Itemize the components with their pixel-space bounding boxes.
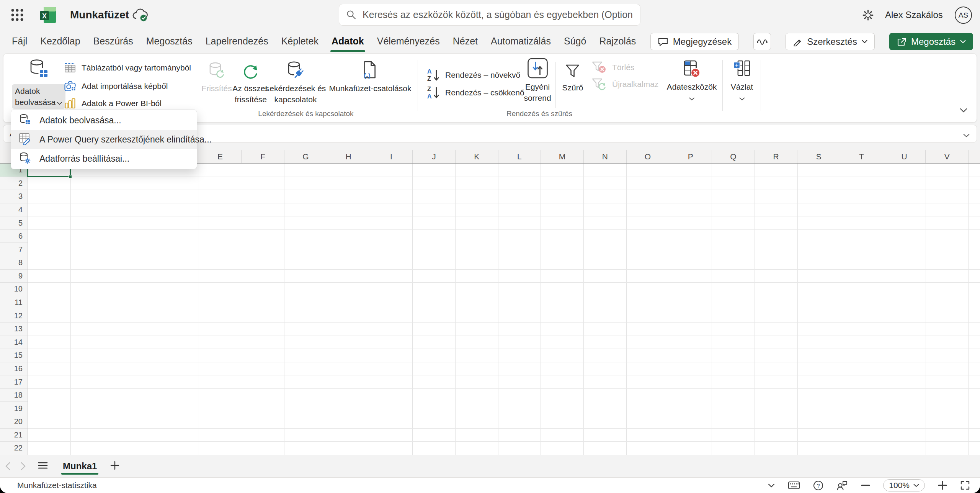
menu-item[interactable]: Adatok beolvasása... [11,111,197,130]
sort-ascending-button[interactable]: A Z Rendezés – növekvő [426,68,520,82]
workbook-statistics-button[interactable]: Munkafüzet-statisztika [17,481,97,490]
column-header-r[interactable]: R [755,150,798,163]
column-header-f[interactable]: F [242,150,284,163]
reapply-filter-button-disabled[interactable]: Újraalkalmaz [591,77,658,91]
row-header-6[interactable]: 6 [0,230,28,243]
column-header-m[interactable]: M [541,150,584,163]
row-header-15[interactable]: 15 [0,349,28,362]
workbook-links-button[interactable]: (-) Munkafüzet-csatolások [329,58,412,94]
row-header-10[interactable]: 10 [0,283,28,296]
share-button[interactable]: Megosztás [889,33,973,50]
feedback-people-icon[interactable] [836,480,848,491]
column-header-q[interactable]: Q [712,150,755,163]
fill-handle[interactable] [69,175,72,179]
column-header-g[interactable]: G [284,150,327,163]
column-header-e[interactable]: E [199,150,242,163]
tab-fájl[interactable]: Fájl [5,30,34,53]
sheet-list-icon[interactable] [38,461,48,472]
collapse-ribbon-chevron[interactable] [960,107,967,114]
document-title[interactable]: Munkafüzet [70,0,129,30]
tab-megosztás[interactable]: Megosztás [140,30,199,53]
search-input[interactable] [363,9,633,20]
tab-automatizálás[interactable]: Automatizálás [484,30,557,53]
row-header-19[interactable]: 19 [0,402,28,415]
data-from-powerbi-button[interactable]: Adatok a Power BI-ból [64,96,162,111]
row-header-17[interactable]: 17 [0,375,28,389]
row-header-11[interactable]: 11 [0,296,28,310]
fullscreen-icon[interactable] [960,480,970,490]
sheet-nav-right-icon[interactable] [15,462,31,470]
row-header-3[interactable]: 3 [0,190,28,203]
column-header-p[interactable]: P [669,150,712,163]
avatar[interactable]: AS [955,7,972,24]
tab-nézet[interactable]: Nézet [446,30,484,53]
column-header-t[interactable]: T [840,150,883,163]
row-header-8[interactable]: 8 [0,256,28,270]
tab-rajzolás[interactable]: Rajzolás [593,30,642,53]
zoom-level-control[interactable]: 100% [883,479,925,491]
row-header-22[interactable]: 22 [0,442,28,455]
row-header-4[interactable]: 4 [0,203,28,217]
row-header-13[interactable]: 13 [0,323,28,336]
column-header-l[interactable]: L [498,150,541,163]
help-icon[interactable]: ? [813,480,823,491]
tab-beszúrás[interactable]: Beszúrás [87,30,140,53]
column-header-k[interactable]: K [456,150,498,163]
catch-up-button[interactable] [753,33,771,50]
tab-képletek[interactable]: Képletek [275,30,325,53]
data-from-picture-button[interactable]: Adat importálása képből [64,79,168,93]
tab-kezdőlap[interactable]: Kezdőlap [34,30,87,53]
tab-súgó[interactable]: Súgó [557,30,593,53]
custom-sort-button[interactable]: Egyéni sorrend [519,57,556,103]
row-header-21[interactable]: 21 [0,429,28,442]
excel-logo-icon[interactable]: X [39,6,57,26]
filter-button[interactable]: Szűrő [562,57,583,93]
outline-button[interactable]: Vázlat [731,57,753,102]
from-table-range-button[interactable]: Táblázatból vagy tartományból [64,61,191,75]
database-refresh-icon [207,58,226,80]
keyboard-icon[interactable] [788,481,800,490]
zoom-in-icon[interactable] [938,481,947,490]
data-tools-button[interactable]: Adateszközök [667,57,717,102]
search-bar[interactable] [339,4,640,26]
clear-filter-button-disabled[interactable]: Törlés [591,61,634,74]
menu-item[interactable]: Adatforrás beállításai... [11,149,197,168]
row-header-5[interactable]: 5 [0,216,28,230]
row-header-9[interactable]: 9 [0,270,28,283]
tab-véleményezés[interactable]: Véleményezés [371,30,446,53]
tab-lapelrendezés[interactable]: Lapelrendezés [199,30,275,53]
column-header-s[interactable]: S [797,150,840,163]
zoom-out-icon[interactable] [861,484,870,486]
outline-icon [733,57,751,79]
row-header-20[interactable]: 20 [0,415,28,429]
tab-adatok[interactable]: Adatok [325,30,371,53]
settings-gear-icon[interactable] [862,9,874,23]
add-sheet-icon[interactable] [110,460,120,472]
queries-connections-button[interactable]: Lekérdezések és kapcsolatok [263,58,328,105]
row-header-7[interactable]: 7 [0,243,28,256]
column-header-h[interactable]: H [327,150,370,163]
refresh-button-disabled[interactable]: Frissítés [201,58,232,94]
column-header-j[interactable]: J [413,150,456,163]
sheet-cells[interactable] [0,164,980,455]
comments-button[interactable]: Megjegyzések [650,33,739,50]
column-header-n[interactable]: N [584,150,627,163]
formula-bar-expand-chevron[interactable] [963,132,970,139]
column-header-o[interactable]: O [627,150,670,163]
data-from-powerbi-label: Adatok a Power BI-ból [82,99,162,108]
row-header-18[interactable]: 18 [0,389,28,402]
status-chevron-down-icon[interactable] [768,483,775,488]
column-header-i[interactable]: I [370,150,413,163]
sheet-nav-left-icon[interactable] [0,462,15,470]
row-header-2[interactable]: 2 [0,177,28,190]
row-header-12[interactable]: 12 [0,309,28,323]
row-header-14[interactable]: 14 [0,336,28,349]
row-header-16[interactable]: 16 [0,362,28,376]
sheet-tab-active[interactable]: Munka1 [59,455,101,477]
app-launcher-icon[interactable] [8,6,26,24]
editing-mode-button[interactable]: Szerkesztés [786,33,875,50]
menu-item[interactable]: A Power Query szerkesztőjének elindítása… [11,130,197,149]
column-header-u[interactable]: U [883,150,926,163]
column-header-v[interactable]: V [926,150,969,163]
sort-descending-button[interactable]: Z A Rendezés – csökkenő [426,86,524,100]
